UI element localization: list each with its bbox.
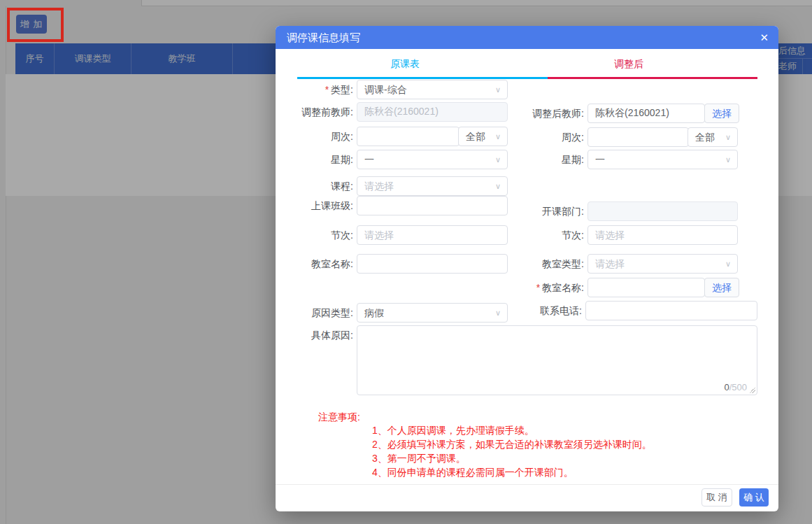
room-type-select[interactable]: 请选择 ∨ [587, 254, 738, 274]
chevron-down-icon: ∨ [495, 304, 501, 322]
confirm-button[interactable]: 确 认 [739, 488, 769, 507]
note-item: 4、同份申请单的课程必需同属一个开课部门。 [372, 465, 574, 479]
room-left-input[interactable] [357, 254, 508, 274]
tab-adjusted[interactable]: 调整后 [597, 58, 660, 72]
detail-reason-textarea[interactable] [357, 326, 757, 395]
dialog-header: 调停课信息填写 ✕ [276, 26, 778, 49]
course-label: 课程: [276, 176, 353, 196]
required-mark: * [536, 282, 540, 293]
page: 增 加 序号 调课类型 教学班 后信息 老师 调停课信息填写 ✕ 原课表 调整后… [0, 0, 812, 524]
footer-divider [276, 484, 778, 485]
tab-original-underline [297, 77, 548, 79]
class-name-label: 上课班级: [276, 196, 353, 215]
chevron-down-icon: ∨ [725, 128, 731, 146]
week-right-scope-select[interactable]: 全部 ∨ [688, 127, 738, 147]
type-select[interactable]: 调课-综合 ∨ [357, 80, 508, 99]
close-icon[interactable]: ✕ [760, 26, 769, 49]
weekday-left-select[interactable]: 一 ∨ [357, 150, 508, 169]
notes-title: 注意事项: [318, 411, 360, 424]
tab-adjusted-underline [548, 77, 757, 79]
note-item: 1、个人原因调课，先办理请假手续。 [372, 423, 534, 437]
note-item: 2、必须填写补课方案，如果无合适的补课教室须另选补课时间。 [372, 437, 652, 451]
required-mark: * [325, 84, 329, 95]
room-type-label: 教室类型: [506, 254, 584, 274]
weekday-right-select[interactable]: 一 ∨ [587, 150, 738, 169]
tab-original-schedule[interactable]: 原课表 [373, 58, 436, 72]
adjust-class-dialog: 调停课信息填写 ✕ 原课表 调整后 *类型: 调课-综合 ∨ 调整前教师: 周次… [276, 26, 778, 511]
note-item: 3、第一周不予调课。 [372, 451, 466, 465]
detail-reason-label: 具体原因: [276, 325, 353, 345]
weekday-right-label: 星期: [506, 150, 584, 169]
resize-grip-icon[interactable] [749, 387, 755, 393]
phone-label: 联系电话: [504, 301, 582, 320]
reason-type-select[interactable]: 病假 ∨ [357, 303, 508, 323]
chevron-down-icon: ∨ [725, 255, 731, 273]
after-teacher-pick-button[interactable]: 选择 [704, 104, 739, 123]
period-right-label: 节次: [506, 225, 584, 245]
room-right-input[interactable] [587, 278, 705, 297]
after-teacher-label: 调整后教师: [506, 104, 584, 123]
week-right-label: 周次: [506, 127, 584, 147]
week-left-scope-select[interactable]: 全部 ∨ [458, 127, 508, 146]
detail-reason-wrap: 0/500 [357, 325, 757, 395]
dept-label: 开课部门: [506, 201, 584, 221]
char-counter: 0/500 [724, 382, 747, 392]
chevron-down-icon: ∨ [495, 177, 501, 195]
period-right-input[interactable] [587, 225, 738, 245]
weekday-left-label: 星期: [276, 150, 353, 169]
period-left-input[interactable] [357, 225, 508, 245]
dialog-title: 调停课信息填写 [287, 26, 360, 49]
chevron-down-icon: ∨ [495, 127, 501, 146]
type-label: *类型: [276, 80, 353, 99]
before-teacher-label: 调整前教师: [276, 102, 353, 122]
room-right-label: *教室名称: [506, 278, 584, 297]
chevron-down-icon: ∨ [495, 150, 501, 169]
week-right-input[interactable] [587, 127, 689, 147]
before-teacher-field [357, 102, 508, 122]
annotation-rect [7, 8, 64, 42]
cancel-button[interactable]: 取 消 [701, 488, 732, 507]
dept-field [587, 201, 738, 221]
chevron-down-icon: ∨ [495, 80, 501, 99]
week-left-input[interactable] [357, 127, 460, 146]
chevron-down-icon: ∨ [725, 150, 731, 169]
course-select[interactable]: 请选择 ∨ [357, 176, 508, 196]
room-left-label: 教室名称: [276, 254, 353, 274]
phone-input[interactable] [585, 301, 757, 320]
period-left-label: 节次: [276, 225, 353, 245]
after-teacher-field[interactable] [587, 104, 705, 123]
class-name-input[interactable] [357, 196, 508, 215]
room-right-pick-button[interactable]: 选择 [704, 278, 739, 297]
reason-type-label: 原因类型: [276, 303, 353, 323]
week-left-label: 周次: [276, 127, 353, 146]
